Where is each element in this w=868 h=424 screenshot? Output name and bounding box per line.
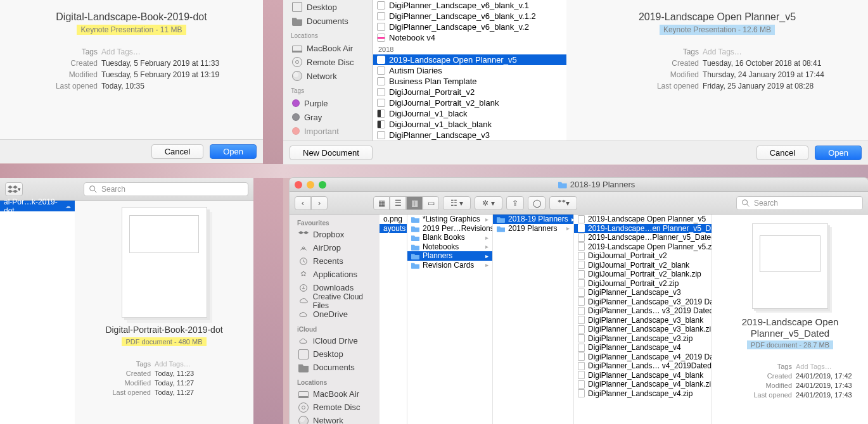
file-row[interactable]: DigiJournal_v1_black_blank bbox=[373, 119, 566, 130]
sidebar-ccf[interactable]: Creative Cloud Files bbox=[290, 294, 380, 308]
new-document-button[interactable]: New Document bbox=[290, 146, 373, 160]
lastopened-value: 24/01/2019, 17:43 bbox=[796, 390, 852, 400]
sidebar-desktop[interactable]: Desktop bbox=[290, 347, 380, 361]
file-row[interactable]: DigiPlanner_Landscape_v6_blank_v.1 bbox=[373, 0, 566, 11]
sidebar-tag-gray[interactable]: Gray bbox=[283, 110, 372, 124]
sidebar-airdrop[interactable]: AirDrop bbox=[290, 241, 380, 254]
tags-value[interactable]: Add Tags… bbox=[796, 362, 832, 371]
modified-label: Modified bbox=[566, 69, 703, 80]
cancel-button[interactable]: Cancel bbox=[756, 146, 808, 160]
file-row[interactable]: DigiPlanner_Landscape_v3 bbox=[574, 288, 712, 297]
file-row-selected[interactable]: 2019-Landscape Open Planner_v5 bbox=[373, 54, 566, 65]
search-field[interactable]: Search bbox=[736, 196, 863, 210]
folder-row-selected[interactable]: 2018-19 Planners▸ bbox=[493, 215, 573, 224]
view-columns-button[interactable]: ▥ bbox=[406, 196, 423, 210]
folder-row[interactable]: Revision Cards▸ bbox=[407, 261, 492, 270]
cancel-button[interactable]: Cancel bbox=[151, 144, 203, 159]
file-row[interactable]: DigiJournal_v1_black bbox=[373, 108, 566, 119]
forward-button[interactable]: › bbox=[311, 196, 328, 210]
file-row[interactable]: DigiPlanner_Landscape_v3_blank.zip bbox=[574, 325, 712, 334]
file-row[interactable]: DigiPlanner_Landscape_v6_blank_v.1.2 bbox=[373, 11, 566, 22]
file-row[interactable]: DigiPlanner_Landscape_v4.zip bbox=[574, 389, 712, 399]
modified-label: Modified bbox=[0, 69, 101, 80]
file-row[interactable]: DigiPlanner_Lands… v3_2019 Dated.zip bbox=[574, 306, 712, 316]
search-icon bbox=[741, 198, 751, 208]
sidebar-tag-purple[interactable]: Purple bbox=[283, 96, 372, 110]
file-row[interactable]: Autism Diaries bbox=[373, 65, 566, 76]
titlebar[interactable]: 2018-19 Planners bbox=[290, 178, 868, 192]
view-list-button[interactable]: ☰ bbox=[390, 196, 406, 210]
sidebar-macbook[interactable]: MacBook Air bbox=[290, 387, 380, 401]
file-row[interactable]: DigiJournal_Portrait_v2_blank.zip bbox=[574, 270, 712, 279]
sidebar-tag-important[interactable]: Important bbox=[283, 124, 372, 138]
sidebar-documents[interactable]: Documents bbox=[290, 361, 380, 374]
modified-label: Modified bbox=[721, 381, 796, 390]
dropbox-menu[interactable]: ▾ bbox=[549, 196, 577, 210]
minimize-window-button[interactable] bbox=[307, 181, 314, 189]
zoom-window-button[interactable] bbox=[319, 181, 326, 189]
back-button[interactable]: ‹ bbox=[295, 196, 311, 210]
file-row[interactable]: 2019-Landscape Open Planner_v5 bbox=[574, 215, 712, 224]
file-row[interactable]: DigiPlanner_Landscape_v3.zip bbox=[574, 334, 712, 344]
file-row[interactable]: 2019-Landscape Open Planner_v5.zip bbox=[574, 242, 712, 252]
open-button[interactable]: Open bbox=[815, 146, 862, 160]
finder-fragment: ▾ Search al-Por…k-2019-dot☁︎ Digital-Por… bbox=[0, 178, 253, 424]
file-row[interactable]: DigiPlanner_Landscape_v6_blank_v.2 bbox=[373, 22, 566, 32]
lastopened-label: Last opened bbox=[566, 80, 703, 92]
tags-button[interactable]: ◯ bbox=[528, 196, 546, 210]
lastopened-value: Today, 11:27 bbox=[155, 388, 194, 397]
file-row[interactable]: DigiPlanner_Landscape_v3_blank bbox=[574, 316, 712, 325]
file-row[interactable]: DigiPlanner_Landscape_v3_2019 Dated bbox=[574, 297, 712, 307]
file-row[interactable]: DigiPlanner_Landscape_v3 bbox=[373, 130, 566, 140]
folder-row[interactable]: Blank Books▸ bbox=[407, 233, 492, 242]
file-row[interactable]: Notebook v4 bbox=[373, 32, 566, 43]
file-row[interactable]: DigiJournal_Portrait_v2_blank bbox=[373, 97, 566, 108]
file-row-selected[interactable]: 2019-Landscape…en Planner_v5_Dated bbox=[574, 224, 712, 234]
sidebar-network[interactable]: Network bbox=[290, 414, 380, 424]
share-button[interactable]: ⇪ bbox=[506, 196, 524, 210]
folder-row[interactable]: *Listing Graphics▸ bbox=[407, 215, 492, 224]
arrange-menu[interactable]: ☷ ▾ bbox=[443, 196, 471, 210]
tags-value[interactable]: Add Tags… bbox=[155, 359, 191, 369]
sidebar-remote-disc[interactable]: Remote Disc bbox=[290, 401, 380, 414]
folder-row[interactable]: 2019 Planners▸ bbox=[493, 224, 573, 234]
creative-cloud-icon bbox=[298, 296, 309, 306]
open-button[interactable]: Open bbox=[210, 144, 257, 159]
sidebar-iclouddrive[interactable]: iCloud Drive bbox=[290, 334, 380, 347]
sidebar-desktop[interactable]: Desktop bbox=[283, 0, 372, 14]
file-row[interactable]: DigiJournal_Portrait_v2 bbox=[373, 87, 566, 97]
action-menu[interactable]: ✲ ▾ bbox=[475, 196, 502, 210]
sidebar-dropbox[interactable]: Dropbox bbox=[290, 228, 380, 241]
folder-row[interactable]: ayouts▸ bbox=[380, 224, 407, 234]
file-row[interactable]: DigiJournal_Portrait_v2.zip bbox=[574, 279, 712, 289]
folder-row-selected[interactable]: Planners▸ bbox=[407, 251, 492, 261]
sidebar-macbook[interactable]: MacBook Air bbox=[283, 41, 372, 55]
sidebar-documents[interactable]: Documents bbox=[283, 14, 372, 28]
sidebar-network[interactable]: Network bbox=[283, 69, 372, 83]
file-row[interactable]: Business Plan Template bbox=[373, 76, 566, 87]
view-icons-button[interactable]: ▦ bbox=[373, 196, 390, 210]
file-row-selected[interactable]: al-Por…k-2019-dot☁︎ bbox=[0, 201, 75, 211]
dropbox-toolbar-button[interactable]: ▾ bbox=[5, 182, 23, 196]
sidebar-recents[interactable]: Recents bbox=[290, 254, 380, 268]
file-row[interactable]: DigiJournal_Portrait_v2 bbox=[574, 251, 712, 261]
disc-icon bbox=[298, 402, 309, 413]
sidebar-remote-disc[interactable]: Remote Disc bbox=[283, 55, 372, 69]
file-row[interactable]: o.png bbox=[380, 215, 407, 224]
view-gallery-button[interactable]: ▭ bbox=[423, 196, 439, 210]
sidebar-applications[interactable]: Applications bbox=[290, 268, 380, 281]
file-row[interactable]: DigiPlanner_Landscape_v4_blank bbox=[574, 371, 712, 380]
file-row[interactable]: DigiPlanner_Landscape_v4_2019 Dated bbox=[574, 352, 712, 362]
close-window-button[interactable] bbox=[295, 181, 302, 189]
file-row[interactable]: DigiPlanner_Landscape_v4 bbox=[574, 343, 712, 352]
file-row[interactable]: 2019-Landscape…Planner_v5_Dated.zip bbox=[574, 233, 712, 242]
file-row[interactable]: DigiPlanner_Lands… v4_2019Dated.zip bbox=[574, 361, 712, 371]
tags-value[interactable]: Add Tags… bbox=[703, 46, 742, 58]
folder-row[interactable]: 2019 Per…Revisions▸ bbox=[407, 224, 492, 234]
section-heading: 2018 bbox=[373, 43, 566, 54]
file-row[interactable]: DigiPlanner_Landscape_v4_blank.zip bbox=[574, 380, 712, 389]
folder-row[interactable]: Notebooks▸ bbox=[407, 242, 492, 252]
search-field[interactable]: Search bbox=[84, 182, 248, 196]
file-row[interactable]: DigiJournal_Portrait_v2_blank bbox=[574, 261, 712, 270]
tags-value[interactable]: Add Tags… bbox=[101, 46, 141, 58]
